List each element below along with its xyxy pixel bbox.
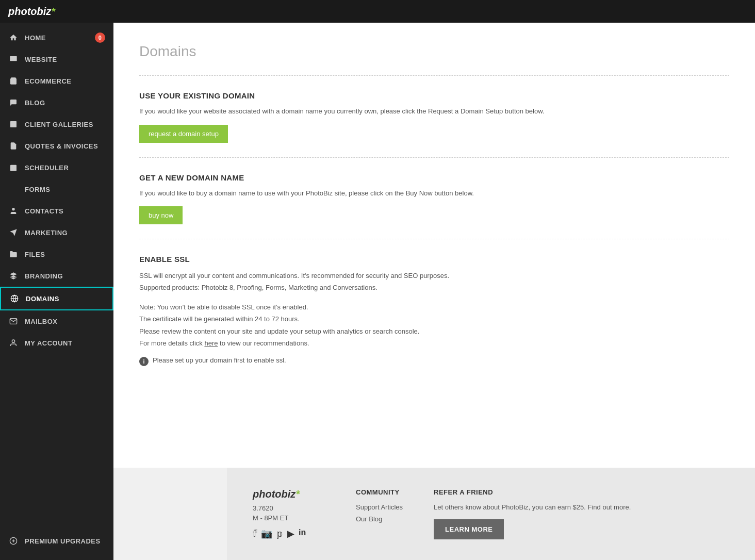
ssl-info: i Please set up your domain first to ena… — [139, 356, 729, 366]
sidebar-label-premium-upgrades: PREMIUM UPGRADES — [25, 537, 101, 545]
sidebar-item-client-galleries[interactable]: CLIENT GALLERIES — [0, 113, 113, 135]
sidebar-item-home[interactable]: HOME 0 — [0, 27, 113, 48]
sidebar-item-quotes-invoices[interactable]: QUOTES & INVOICES — [0, 135, 113, 157]
existing-domain-title: USE YOUR EXISTING DOMAIN — [139, 91, 729, 100]
scheduler-icon — [8, 162, 19, 173]
divider-bottom — [139, 239, 729, 239]
ssl-here-link[interactable]: here — [204, 339, 218, 347]
request-domain-setup-button[interactable]: request a domain setup — [139, 125, 228, 143]
instagram-icon[interactable]: 📷 — [261, 528, 272, 539]
client-galleries-icon — [8, 119, 19, 129]
sidebar-label-quotes-invoices: QUOTES & INVOICES — [25, 142, 98, 150]
footer-hours: M - 8PM ET — [253, 514, 356, 522]
sidebar-label-home: HOME — [25, 34, 46, 42]
main-content: Domains USE YOUR EXISTING DOMAIN If you … — [113, 23, 755, 468]
divider-top — [139, 75, 729, 76]
footer-community-title: COMMUNITY — [356, 488, 403, 496]
sidebar-label-my-account: MY ACCOUNT — [25, 339, 72, 347]
facebook-icon[interactable]: 𝕗 — [253, 528, 257, 539]
new-domain-section: GET A NEW DOMAIN NAME If you would like … — [139, 173, 729, 225]
sidebar-label-contacts: CONTACTS — [25, 207, 63, 215]
svg-point-14 — [12, 340, 14, 342]
footer-community: COMMUNITY Support Articles Our Blog — [356, 488, 403, 539]
files-icon — [8, 249, 19, 259]
sidebar-bottom: PREMIUM UPGRADES — [0, 530, 113, 560]
home-icon — [8, 32, 19, 43]
footer-brand: photobiz* 3.7620 M - 8PM ET 𝕗 📷 𝕡 ▶ in — [253, 488, 356, 539]
sidebar-item-forms[interactable]: FORMS — [0, 178, 113, 200]
branding-icon — [8, 271, 19, 281]
ssl-notes: Note: You won't be able to disable SSL o… — [139, 301, 729, 350]
forms-icon — [8, 184, 19, 194]
sidebar-label-client-galleries: CLIENT GALLERIES — [25, 121, 93, 128]
svg-rect-0 — [10, 56, 17, 61]
sidebar: HOME 0 WEBSITE ECOMMERCE BLOG — [0, 23, 113, 560]
sidebar-item-marketing[interactable]: MARKETING — [0, 222, 113, 243]
footer-refer-title: REFER A FRIEND — [434, 488, 729, 496]
sidebar-item-domains[interactable]: DOMAINS — [0, 287, 113, 310]
sidebar-label-mailbox: MAILBOX — [25, 318, 57, 325]
sidebar-label-marketing: MARKETING — [25, 229, 68, 237]
footer-refer: REFER A FRIEND Let others know about Pho… — [434, 488, 729, 539]
sidebar-item-files[interactable]: FILES — [0, 243, 113, 265]
logo: photobiz* — [8, 6, 55, 18]
linkedin-icon[interactable]: in — [299, 528, 306, 539]
existing-domain-section: USE YOUR EXISTING DOMAIN If you would li… — [139, 91, 729, 143]
sidebar-label-files: FILES — [25, 251, 45, 258]
ssl-section: ENABLE SSL SSL will encrypt all your con… — [139, 255, 729, 366]
main-layout: HOME 0 WEBSITE ECOMMERCE BLOG — [0, 23, 755, 560]
sidebar-label-branding: BRANDING — [25, 272, 63, 280]
blog-icon — [8, 97, 19, 108]
sidebar-item-blog[interactable]: BLOG — [0, 92, 113, 113]
sidebar-label-scheduler: SCHEDULER — [25, 164, 69, 172]
footer-our-blog[interactable]: Our Blog — [356, 515, 403, 523]
footer-support-articles[interactable]: Support Articles — [356, 503, 403, 511]
sidebar-label-blog: BLOG — [25, 99, 45, 107]
pinterest-icon[interactable]: 𝕡 — [276, 528, 283, 539]
sidebar-item-ecommerce[interactable]: ECOMMERCE — [0, 70, 113, 92]
existing-domain-desc: If you would like your website associate… — [139, 106, 729, 117]
divider-mid — [139, 157, 729, 158]
quotes-icon — [8, 141, 19, 151]
sidebar-label-domains: DOMAINS — [26, 295, 59, 303]
my-account-icon — [8, 338, 19, 348]
buy-now-button[interactable]: buy now — [139, 206, 183, 224]
footer-refer-desc: Let others know about PhotoBiz, you can … — [434, 503, 729, 511]
mailbox-icon — [8, 316, 19, 326]
marketing-icon — [8, 227, 19, 238]
sidebar-label-forms: FORMS — [25, 186, 50, 193]
home-badge: 0 — [95, 32, 105, 43]
sidebar-item-branding[interactable]: BRANDING — [0, 265, 113, 287]
svg-point-11 — [12, 208, 14, 210]
sidebar-item-mailbox[interactable]: MAILBOX — [0, 310, 113, 332]
youtube-icon[interactable]: ▶ — [287, 528, 294, 539]
premium-icon — [8, 536, 19, 546]
topbar: photobiz* — [0, 0, 755, 23]
ssl-title: ENABLE SSL — [139, 255, 729, 263]
info-icon: i — [139, 357, 149, 366]
ecommerce-icon — [8, 76, 19, 86]
svg-point-3 — [12, 123, 13, 124]
sidebar-label-ecommerce: ECOMMERCE — [25, 77, 71, 85]
ssl-desc: SSL will encrypt all your content and co… — [139, 270, 729, 294]
new-domain-title: GET A NEW DOMAIN NAME — [139, 173, 729, 182]
sidebar-item-premium-upgrades[interactable]: PREMIUM UPGRADES — [0, 530, 113, 552]
contacts-icon — [8, 206, 19, 216]
page-title: Domains — [139, 43, 729, 60]
sidebar-item-scheduler[interactable]: SCHEDULER — [0, 157, 113, 178]
sidebar-label-website: WEBSITE — [25, 56, 57, 63]
website-icon — [8, 54, 19, 64]
sidebar-item-contacts[interactable]: CONTACTS — [0, 200, 113, 222]
domains-icon — [9, 293, 20, 304]
sidebar-item-website[interactable]: WEBSITE — [0, 48, 113, 70]
footer: photobiz* 3.7620 M - 8PM ET 𝕗 📷 𝕡 ▶ in C… — [227, 468, 755, 560]
footer-social: 𝕗 📷 𝕡 ▶ in — [253, 528, 356, 539]
svg-rect-4 — [10, 165, 17, 171]
new-domain-desc: If you would like to buy a domain name t… — [139, 188, 729, 199]
footer-phone: 3.7620 — [253, 504, 356, 512]
learn-more-button[interactable]: LEARN MORE — [434, 519, 504, 539]
sidebar-item-my-account[interactable]: MY ACCOUNT — [0, 332, 113, 354]
footer-logo: photobiz* — [253, 488, 356, 500]
